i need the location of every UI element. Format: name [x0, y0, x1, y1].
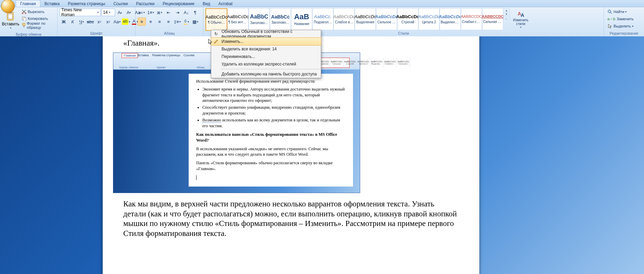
multilevel-icon: ≣: [157, 10, 161, 15]
bullets-icon: ≔: [139, 10, 143, 15]
pilcrow-icon: ¶: [194, 10, 197, 15]
style-preview: AABBCCDC: [461, 15, 482, 19]
mini-tabs: Вставка Разметка страницы Ссылки: [137, 53, 194, 57]
style-card-12[interactable]: AABBCCDCСлабая сс…: [461, 8, 482, 30]
svg-rect-2: [8, 14, 12, 19]
numbering-button[interactable]: 1≡▾: [147, 8, 155, 16]
align-center-icon: ≡: [149, 19, 152, 24]
styles-gallery[interactable]: AaBbCcDc¶ Обычн…AaBbCcDc¶ Без инте…AaBbC…: [205, 8, 503, 30]
gallery-down-button[interactable]: ▾: [503, 12, 509, 16]
mini-bullet-3: Возможно использовать как ко всему докум…: [202, 117, 345, 129]
strike-button[interactable]: abc: [86, 17, 94, 26]
italic-button[interactable]: К: [68, 17, 77, 26]
ctx-add-qat[interactable]: Добавить коллекцию на панель быстрого до…: [211, 70, 321, 78]
style-preview: AaBbCcDc: [333, 14, 355, 19]
style-name: ¶ Без инте…: [228, 20, 248, 24]
indent-dec-button[interactable]: ⇤: [164, 8, 173, 16]
subscript-button[interactable]: x2: [95, 17, 103, 26]
bullets-button[interactable]: ≔▾: [138, 8, 146, 16]
change-styles-button[interactable]: AA Изменить стили ▾: [512, 8, 530, 30]
change-styles-icon: AA: [517, 10, 525, 18]
pencil-icon: [213, 39, 219, 44]
update-icon: ↻: [213, 31, 219, 37]
tab-refs[interactable]: Ссылки: [109, 0, 132, 7]
style-name: Сильное …: [377, 20, 395, 24]
underline-button[interactable]: Ч▾: [77, 17, 86, 26]
copy-label: Копировать: [28, 16, 48, 21]
style-card-8[interactable]: AaBbCcDcСильное …: [376, 8, 397, 30]
shading-button[interactable]: ◊▾: [182, 17, 190, 26]
style-card-5[interactable]: AaBbCc.Подзагол…: [312, 8, 333, 30]
ctx-modify-style[interactable]: Изменить...: [211, 37, 321, 46]
tab-mail[interactable]: Рассылки: [132, 0, 159, 7]
format-painter-label: Формат по образцу: [27, 21, 54, 29]
style-card-13[interactable]: AABBCCDCСильная с…: [482, 8, 503, 30]
gallery-more-button[interactable]: ⌄: [503, 16, 509, 20]
borders-button[interactable]: ▦▾: [191, 17, 199, 26]
cut-button[interactable]: Вырезать: [21, 8, 55, 15]
style-card-2[interactable]: AaBbCЗаголово…: [249, 8, 270, 30]
style-card-3[interactable]: AaBbCcЗаголово…: [270, 8, 291, 30]
scissors-icon: [22, 9, 26, 14]
font-name-combo[interactable]: Times New Roman▾: [60, 9, 101, 16]
tab-review[interactable]: Рецензирование: [159, 0, 199, 7]
mini-page: Использование Стилей форматирования имее…: [189, 74, 353, 187]
style-name: Заголово…: [272, 21, 290, 24]
font-size-combo[interactable]: 14▾: [101, 9, 115, 16]
show-marks-button[interactable]: ¶: [191, 8, 199, 16]
tab-layout[interactable]: Разметка страницы: [64, 0, 109, 7]
multilevel-button[interactable]: ≣▾: [155, 8, 164, 16]
style-preview: AaBbCcDc: [227, 14, 249, 19]
justify-button[interactable]: ≡: [164, 17, 173, 26]
tab-acrobat[interactable]: Acrobat: [214, 0, 237, 7]
ribbon-tabs: Главная Вставка Разметка страницы Ссылки…: [0, 0, 644, 7]
find-label: Найти: [614, 10, 624, 14]
gallery-up-button[interactable]: ▴: [503, 9, 509, 12]
style-card-0[interactable]: AaBbCcDc¶ Обычн…: [205, 8, 227, 31]
brush-icon: [22, 23, 25, 28]
sort-button[interactable]: A↓: [182, 8, 190, 16]
svg-rect-8: [24, 25, 24, 27]
style-context-menu: ↻ Обновить Обычный в соответствии с выде…: [211, 30, 321, 78]
mini-p4: В использовании указанной «вкладки» не н…: [196, 146, 345, 158]
ctx-select-all[interactable]: Выделить все вхождения: 14: [211, 45, 321, 53]
align-right-button[interactable]: ≡: [155, 17, 164, 26]
style-card-4[interactable]: AaBНазвание: [291, 8, 312, 30]
align-center-button[interactable]: ≡: [147, 17, 155, 26]
align-left-button[interactable]: ≡: [138, 17, 146, 26]
tab-home[interactable]: Главная: [16, 0, 40, 7]
style-preview: AaBbCc.: [314, 14, 331, 19]
bold-button[interactable]: Ж: [60, 17, 68, 26]
style-card-11[interactable]: AaBbCcDcВыделенн…: [440, 8, 461, 30]
tab-view[interactable]: Вид: [199, 0, 214, 7]
justify-icon: ≡: [167, 19, 170, 24]
ctx-update-style[interactable]: ↻ Обновить Обычный в соответствии с выде…: [211, 30, 321, 38]
style-card-9[interactable]: AaBbCcDcСтрогий: [397, 8, 418, 30]
ctx-rename[interactable]: Переименовать...: [211, 53, 321, 60]
shrink-font-button[interactable]: A▾: [125, 8, 133, 16]
grow-font-button[interactable]: A▴: [116, 8, 124, 16]
ctx-rename-label: Переименовать...: [222, 54, 255, 59]
ctx-remove[interactable]: Удалить из коллекции экспресс-стилей: [211, 60, 321, 68]
highlight-button[interactable]: ab▾: [122, 17, 130, 26]
style-card-7[interactable]: AaBbCcDcВыделение: [355, 8, 376, 30]
indent-inc-button[interactable]: ⇥: [173, 8, 181, 16]
line-spacing-button[interactable]: ‡≡▾: [173, 17, 181, 26]
style-card-6[interactable]: AaBbCcDcСлабое в…: [333, 8, 355, 30]
replace-button[interactable]: a→b Заменить: [606, 15, 635, 22]
replace-icon: a→b: [607, 17, 615, 21]
change-case-button[interactable]: Aa▾: [113, 17, 121, 26]
style-preview: AaBbCc: [271, 14, 290, 19]
find-button[interactable]: Найти▾: [606, 8, 635, 15]
copy-button[interactable]: Копировать: [21, 15, 55, 22]
tab-insert[interactable]: Вставка: [40, 0, 64, 7]
style-card-1[interactable]: AaBbCcDc¶ Без инте…: [227, 8, 249, 30]
styles-gallery-scroll[interactable]: ▴ ▾ ⌄: [503, 8, 510, 20]
superscript-button[interactable]: x2: [104, 17, 112, 26]
align-right-icon: ≡: [158, 19, 161, 24]
format-painter-button[interactable]: Формат по образцу: [21, 22, 55, 29]
svg-rect-6: [23, 18, 26, 21]
mini-bold-q: Как пользоваться панелью «Стиль форматир…: [196, 132, 345, 143]
select-button[interactable]: Выделить▾: [606, 23, 635, 29]
style-card-10[interactable]: AaBbCcDcЦитата 2: [418, 8, 440, 30]
